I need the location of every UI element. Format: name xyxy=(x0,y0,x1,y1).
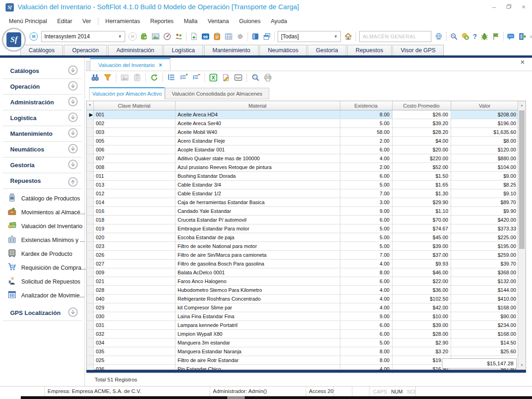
bug-icon[interactable] xyxy=(480,32,489,41)
sidebar-item-movimientos-al-almacen[interactable]: Movimientos al Almacé... xyxy=(0,206,85,219)
col-header-valor[interactable]: Valor xyxy=(451,101,519,110)
sidebar-item-catalogo-de-productos[interactable]: Catálogo de Productos xyxy=(0,192,85,206)
table-row[interactable]: 016Candado Yale Estandar9.00$1.10$9.90 xyxy=(87,207,519,216)
table-row[interactable]: 027Filtro de gasolina Bosch Para gasolin… xyxy=(87,260,519,268)
tree-add-icon[interactable] xyxy=(180,73,188,82)
excel-export-icon[interactable]: X xyxy=(209,73,218,82)
data-grid-icon[interactable] xyxy=(224,32,233,41)
badge-99-icon[interactable]: 99 xyxy=(201,32,210,41)
sidebar-item-valuacion-del-inventario[interactable]: Valuación del Inventario xyxy=(0,219,85,233)
gauge-icon[interactable] xyxy=(163,32,171,41)
col-header-material[interactable]: Material xyxy=(175,101,340,110)
warehouse-input[interactable] xyxy=(359,31,431,42)
table-row[interactable]: 002Aceite Areca Ser405.00$39.20$196.00 xyxy=(87,119,519,128)
print-preview-icon[interactable] xyxy=(251,73,260,82)
menu-item-guiones[interactable]: Guiones xyxy=(234,18,266,24)
table-row[interactable]: 019Embrague Estandar Para motor5.00$74.6… xyxy=(87,224,519,233)
chat-icon[interactable] xyxy=(507,32,515,41)
company-dropdown[interactable]: Interasystem 2014▼ xyxy=(41,31,125,42)
tree-icon[interactable] xyxy=(167,73,175,82)
ribbon-tab-neumaticos[interactable]: Neumáticos xyxy=(260,45,307,55)
ribbon-tab-operacion[interactable]: Operación xyxy=(64,45,107,55)
window-switch-icon[interactable] xyxy=(263,32,271,41)
table-row[interactable]: 023Filtro de aceite National para motor5… xyxy=(87,242,519,251)
sidebar-item-requisicion-de-compra[interactable]: Requisición de Compra... xyxy=(0,261,85,275)
clipboard-icon[interactable] xyxy=(213,32,221,41)
menu-item-reportes[interactable]: Reportes xyxy=(145,18,179,24)
ribbon-tab-administracion[interactable]: Administración xyxy=(108,45,163,55)
table-row[interactable]: 006Acople Estandar 0016.00$20.00$120.00 xyxy=(87,145,519,154)
table-row[interactable]: 003Aceite Mobil W4058.00$28.20$1,635.60 xyxy=(87,128,519,137)
find-icon[interactable] xyxy=(91,73,99,82)
table-row[interactable]: 007Aditivo Quaker state mas de 1000004.0… xyxy=(87,154,519,163)
table-row[interactable]: ▶001Aceite Areca HD48.00$26.00$208.00 xyxy=(87,110,519,119)
users-icon[interactable] xyxy=(175,32,183,41)
table-row[interactable]: 030Laina Fina Estandar Fina9.00$10.00$90… xyxy=(87,312,519,321)
col-header-clave[interactable]: Clave Material xyxy=(93,101,175,110)
table-row[interactable]: 011Bushing Estandar Dorada6.00$1.50$9.00 xyxy=(87,172,519,181)
table-row[interactable]: 028Hubodometro Stemco Para Kilometro4.00… xyxy=(87,286,519,295)
ribbon-tab-catalogos[interactable]: Catálogos xyxy=(20,45,63,55)
scroll-down-icon[interactable]: ▼ xyxy=(518,362,526,369)
table-row[interactable]: 031Lampara kennede Portatril6.00$39.00$2… xyxy=(87,321,519,330)
sidebar-item-kardex-de-producto[interactable]: Kardex de Producto xyxy=(0,247,85,261)
scroll-up-icon[interactable]: ▲ xyxy=(518,102,526,109)
menu-item-editar[interactable]: Editar xyxy=(52,18,78,24)
table-row[interactable]: 032Limpion Wypall X806.00$28.00$168.00 xyxy=(87,330,519,339)
home-icon[interactable] xyxy=(344,32,352,41)
table-row[interactable]: 014Caja de herramientas Estandar Basica3… xyxy=(87,198,519,207)
table-row[interactable]: 005Acero Estandar Fleje2.00$4.00$8.00 xyxy=(87,137,519,145)
table-row[interactable]: 034Manguera 3m estandar5.00$2.90$14.50 xyxy=(87,339,519,347)
scrollbar-thumb[interactable] xyxy=(519,110,525,249)
table-row[interactable]: 020Escoba Estandar de paja5.00$45.00$225… xyxy=(87,233,519,242)
sidebar-section-gps-localizacion[interactable]: GPS Localización xyxy=(3,305,82,321)
menu-item-malla[interactable]: Malla xyxy=(179,18,203,24)
table-row[interactable]: 021Faros Anco Halogeno6.00$22.00$132.00 xyxy=(87,277,519,286)
filter-icon[interactable] xyxy=(103,73,112,82)
sidebar-item-solicitud-de-repuestos[interactable]: Solicitud de Repuestos xyxy=(0,275,85,289)
vertical-scrollbar[interactable]: ▲ ▼ xyxy=(518,101,526,369)
table-row[interactable]: 009Balata AcDelco 00018.00$46.00$368.00 xyxy=(87,268,519,277)
add-document-icon[interactable] xyxy=(190,32,198,41)
table-row[interactable]: 035Manguera Estandar Naranja8.00$3.20$25… xyxy=(87,347,519,356)
ribbon-tab-visor-de-gps[interactable]: Visor de GPS xyxy=(393,45,444,55)
content-close-icon[interactable]: × xyxy=(520,59,525,66)
note-export-icon[interactable] xyxy=(222,73,230,82)
filter-all-dropdown[interactable]: [Todas]▼ xyxy=(278,31,341,42)
table-row[interactable]: 029kit Compresor Slime par4.00$42.00$168… xyxy=(87,303,519,312)
panel-icon[interactable] xyxy=(251,32,260,41)
menu-item-ventana[interactable]: Ventana xyxy=(203,18,234,24)
refresh-icon[interactable] xyxy=(150,73,158,82)
col-header-costo[interactable]: Costo Promedio xyxy=(392,101,451,110)
sidebar-section-catalogos[interactable]: Catálogos xyxy=(3,63,82,79)
sidebar-section-logistica[interactable]: Logistica xyxy=(3,110,82,126)
sidebar-item-analizador-de-movimientos[interactable]: Analizador de Movimie... xyxy=(0,289,85,302)
table-row[interactable]: 012Cable Estandar 1/27.00$1.30$9.10 xyxy=(87,189,519,198)
tab-valuacion-por-almacen-activo[interactable]: Valuación por Almacén Activo xyxy=(89,87,165,99)
exit-door-icon[interactable] xyxy=(518,32,526,41)
sidebar-section-administracion[interactable]: Administración xyxy=(3,95,82,110)
sidebar-section-neumaticos[interactable]: Neumáticos xyxy=(3,142,82,157)
flag-icon[interactable] xyxy=(492,32,500,41)
sidebar-section-gestoria[interactable]: Gestoría xyxy=(3,157,82,173)
settings-gear-icon[interactable] xyxy=(236,32,244,41)
col-header-existencia[interactable]: Existencia xyxy=(340,101,392,110)
tab-close-icon[interactable]: × xyxy=(159,62,162,68)
table-row[interactable]: 040Refrigerante Roshfrans Concentrado4.0… xyxy=(87,295,519,303)
sidebar-section-repuestos[interactable]: Repuestos xyxy=(3,173,82,189)
menu-item-ver[interactable]: Ver xyxy=(77,18,96,24)
new-record-icon[interactable] xyxy=(140,32,148,41)
print-icon[interactable] xyxy=(264,73,272,82)
txt-export-icon[interactable]: TxT xyxy=(234,73,242,82)
ribbon-tab-gestoria[interactable]: Gestoría xyxy=(308,45,346,55)
menu-item-ayuda[interactable]: Ayuda xyxy=(266,18,292,24)
table-row[interactable]: 026Filtro de aire Sin/Marca para camione… xyxy=(87,251,519,260)
tab-valuacion-consolidada[interactable]: Valuación Consolidada por Almacenes xyxy=(165,88,269,99)
tree-remove-icon[interactable] xyxy=(192,73,200,82)
table-row[interactable]: 008Azul prusiano Reeves Retoque de pintu… xyxy=(87,163,519,172)
menu-item-herramientas[interactable]: Herramientas xyxy=(100,18,145,24)
restore-button[interactable] xyxy=(506,4,512,10)
ribbon-tab-mantenimiento[interactable]: Mantenimiento xyxy=(204,45,259,55)
tools-search-icon[interactable] xyxy=(450,32,458,41)
menu-item-menu-principal[interactable]: Menú Principal xyxy=(4,18,52,24)
